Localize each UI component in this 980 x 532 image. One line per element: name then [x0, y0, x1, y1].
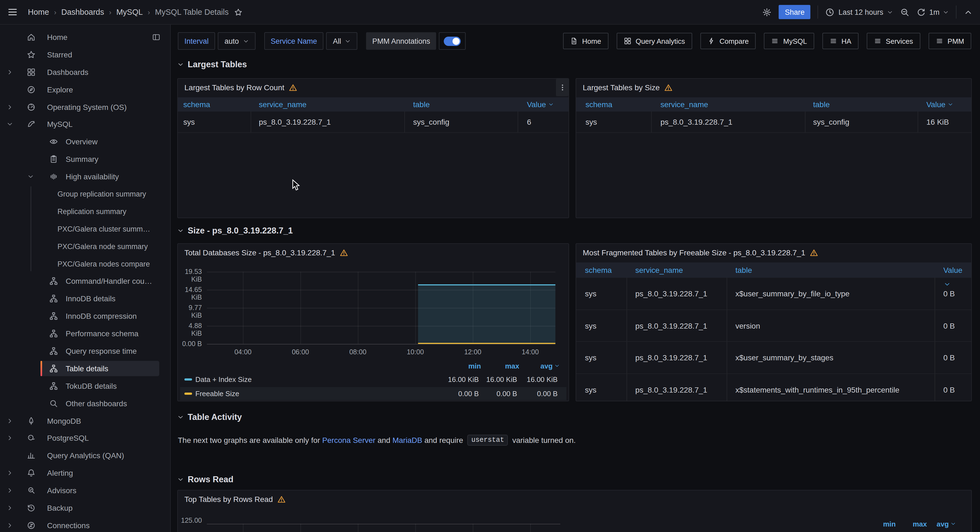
legend-col-avg[interactable]: avg	[522, 362, 560, 370]
share-button[interactable]: Share	[779, 5, 811, 19]
panel-menu-kebab-icon[interactable]	[556, 79, 568, 96]
service-name-select[interactable]: All	[326, 32, 358, 50]
chevron-right-icon[interactable]	[6, 103, 13, 110]
column-header-table[interactable]: table	[813, 100, 830, 109]
legend-col-min[interactable]: min	[870, 520, 896, 528]
column-header-schema[interactable]: schema	[585, 266, 612, 275]
chevron-right-icon[interactable]	[6, 522, 13, 529]
column-header-value[interactable]: Value	[527, 100, 554, 109]
cell-schema: sys	[585, 386, 597, 394]
table-row[interactable]: sysps_8.0_3.19.228.7_1x$user_summary_by_…	[576, 342, 971, 374]
mariadb-link[interactable]: MariaDB	[392, 436, 422, 445]
chevron-right-icon[interactable]	[6, 505, 13, 511]
breadcrumb-item[interactable]: MySQL	[116, 8, 143, 16]
sidebar-item-pxc-galera-node-summary[interactable]: PXC/Galera node summary	[0, 238, 170, 255]
dock-icon[interactable]	[152, 33, 160, 41]
panel-title[interactable]: Largest Tables by Row Count	[178, 79, 297, 96]
sidebar-item-pxc-galera-nodes-compare[interactable]: PXC/Galera nodes compare	[0, 255, 170, 273]
sidebar-item-postgresql[interactable]: PostgreSQL	[0, 429, 170, 447]
dashboard-settings-gear-icon[interactable]	[762, 7, 772, 17]
sidebar-item-overview[interactable]: Overview	[0, 133, 170, 151]
sidebar-item-starred[interactable]: Starred	[0, 46, 170, 64]
sidebar-item-command-handler-cou[interactable]: Command/Handler cou…	[0, 273, 170, 290]
sidebar-item-innodb-details[interactable]: InnoDB details	[0, 290, 170, 308]
series-name[interactable]: Freeable Size	[195, 389, 239, 397]
column-header-value[interactable]: Value	[926, 100, 953, 109]
breadcrumb-item[interactable]: Dashboards	[61, 8, 104, 16]
sidebar-item-operating-system-os[interactable]: Operating System (OS)	[0, 98, 170, 116]
zoom-out-icon[interactable]	[900, 7, 909, 17]
sidebar-item-other-dashboards[interactable]: Other dashboards	[0, 394, 170, 412]
sidebar-item-tokudb-details[interactable]: TokuDB details	[0, 377, 170, 395]
sidebar-item-high-availability[interactable]: High availability	[0, 168, 170, 185]
table-row[interactable]: sysps_8.0_3.19.228.7_1x$user_summary_by_…	[576, 278, 971, 310]
pmm-annotations-toggle[interactable]	[439, 32, 466, 50]
table-row[interactable]: sysps_8.0_3.19.228.7_1sys_config6	[178, 111, 568, 133]
sidebar-item-dashboards[interactable]: Dashboards	[0, 64, 170, 81]
sidebar-item-innodb-compression[interactable]: InnoDB compression	[0, 308, 170, 325]
chevron-down-icon[interactable]	[6, 121, 13, 128]
sidebar-item-explore[interactable]: Explore	[0, 81, 170, 98]
column-header-table[interactable]: table	[735, 266, 752, 275]
column-header-service_name[interactable]: service_name	[259, 100, 306, 109]
sidebar-item-pxc-galera-cluster-summ[interactable]: PXC/Galera cluster summ…	[0, 220, 170, 238]
chevron-right-icon[interactable]	[6, 435, 13, 441]
link-button-compare[interactable]: Compare	[700, 33, 756, 49]
section-largest-tables[interactable]: Largest Tables	[177, 60, 247, 70]
link-button-query-analytics[interactable]: Query Analytics	[616, 33, 692, 49]
panel-title[interactable]: Top Tables by Rows Read	[178, 491, 285, 508]
sidebar-item-query-analytics-qan[interactable]: Query Analytics (QAN)	[0, 447, 170, 464]
section-table-activity[interactable]: Table Activity	[177, 412, 242, 422]
column-header-value[interactable]: Value	[943, 266, 963, 275]
collapse-caret-up-icon[interactable]	[964, 7, 973, 17]
sidebar-item-performance-schema[interactable]: Performance schema	[0, 325, 170, 342]
column-header-service_name[interactable]: service_name	[660, 100, 708, 109]
panel-title[interactable]: Most Fragmented Tables by Freeable Size …	[576, 244, 818, 261]
link-button-services[interactable]: Services	[867, 33, 920, 49]
link-button-mysql[interactable]: MySQL	[764, 33, 814, 49]
interval-select[interactable]: auto	[218, 32, 256, 50]
legend-col-avg[interactable]: avg	[931, 520, 956, 528]
time-range-picker[interactable]: Last 12 hours	[826, 7, 893, 17]
sidebar-item-backup[interactable]: Backup	[0, 499, 170, 517]
table-row[interactable]: sysps_8.0_3.19.228.7_1version0 B	[576, 310, 971, 342]
sidebar-item-mysql[interactable]: MySQL	[0, 116, 170, 133]
chevron-right-icon[interactable]	[6, 418, 13, 424]
panel-title[interactable]: Largest Tables by Size	[576, 79, 672, 96]
sidebar-item-summary[interactable]: Summary	[0, 150, 170, 168]
column-header-table[interactable]: table	[413, 100, 430, 109]
table-row[interactable]: sysps_8.0_3.19.228.7_1sys_config16 KiB	[576, 111, 971, 133]
sidebar-item-connections[interactable]: Connections	[0, 517, 170, 532]
refresh-picker[interactable]: 1m	[916, 7, 949, 17]
chevron-down-icon[interactable]	[27, 173, 34, 180]
section-size[interactable]: Size - ps_8.0_3.19.228.7_1	[177, 226, 293, 236]
chevron-right-icon[interactable]	[6, 68, 13, 75]
legend-col-min[interactable]: min	[443, 362, 481, 370]
breadcrumb-item[interactable]: Home	[28, 8, 49, 16]
chevron-right-icon[interactable]	[6, 470, 13, 476]
link-button-home[interactable]: Home	[563, 33, 608, 49]
section-rows-read[interactable]: Rows Read	[177, 475, 233, 484]
legend-col-max[interactable]: max	[902, 520, 927, 528]
series-name[interactable]: Data + Index Size	[195, 375, 252, 384]
panel-title[interactable]: Total Databases Size - ps_8.0_3.19.228.7…	[178, 244, 348, 261]
menu-toggle-icon[interactable]	[7, 6, 18, 17]
sidebar-item-alerting[interactable]: Alerting	[0, 464, 170, 482]
column-header-schema[interactable]: schema	[183, 100, 210, 109]
sidebar-item-mongodb[interactable]: MongoDB	[0, 412, 170, 429]
column-header-schema[interactable]: schema	[585, 100, 612, 109]
sidebar-item-query-response-time[interactable]: Query response time	[0, 342, 170, 360]
table-row[interactable]: sysps_8.0_3.19.228.7_1x$statements_with_…	[576, 374, 971, 401]
column-header-service_name[interactable]: service_name	[635, 266, 683, 275]
sidebar-item-advisors[interactable]: Advisors	[0, 482, 170, 499]
legend-col-max[interactable]: max	[481, 362, 519, 370]
sidebar-item-replication-summary[interactable]: Replication summary	[0, 203, 170, 220]
link-button-pmm[interactable]: PMM	[928, 33, 971, 49]
sidebar-item-group-replication-summary[interactable]: Group replication summary	[0, 185, 170, 203]
sidebar-item-home[interactable]: Home	[0, 29, 170, 46]
chevron-right-icon[interactable]	[6, 487, 13, 494]
link-button-ha[interactable]: HA	[822, 33, 858, 49]
percona-server-link[interactable]: Percona Server	[322, 436, 375, 445]
favorite-star-icon[interactable]	[234, 8, 242, 16]
sidebar-item-table-details[interactable]: Table details	[0, 360, 170, 377]
